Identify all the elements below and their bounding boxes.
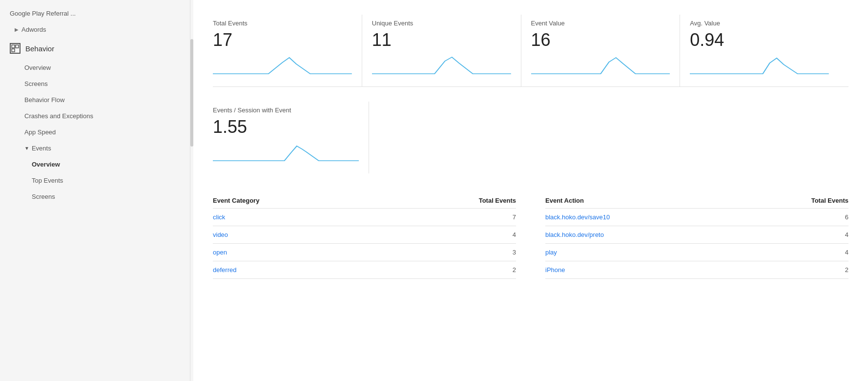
total-cell: 4 [738, 226, 848, 244]
total-cell: 6 [738, 209, 848, 226]
total-events-sparkline [213, 55, 352, 75]
svg-rect-2 [12, 49, 15, 52]
total-cell: 3 [381, 244, 516, 261]
adwords-arrow-icon: ▶ [15, 27, 19, 32]
sidebar-scrollbar[interactable] [190, 39, 193, 147]
total-cell: 2 [738, 261, 848, 279]
total-events-label: Total Events [213, 20, 352, 27]
event-category-col-header: Event Category [213, 193, 381, 209]
sidebar: Google Play Referral ... ▶ Adwords Behav… [0, 0, 190, 381]
main-content: Total Events 17 Unique Events 11 Event V… [193, 0, 868, 381]
sidebar-google-play[interactable]: Google Play Referral ... [0, 5, 190, 22]
sidebar-item-crashes[interactable]: Crashes and Exceptions [0, 108, 190, 124]
svg-rect-1 [16, 45, 19, 48]
avg-value-sparkline [690, 55, 829, 75]
table-row: black.hoko.dev/save106 [545, 209, 848, 226]
total-cell: 2 [381, 261, 516, 279]
unique-events-value: 11 [372, 30, 511, 50]
events-session-sparkline [213, 142, 359, 162]
svg-rect-0 [12, 45, 15, 48]
event-value-label: Event Value [531, 20, 670, 27]
category-cell[interactable]: click [213, 209, 381, 226]
event-action-total-header: Total Events [738, 193, 848, 209]
sidebar-sub-item-events-overview[interactable]: Overview [0, 156, 190, 172]
behavior-label: Behavior [25, 44, 54, 53]
stat-event-value: Event Value 16 [531, 15, 681, 86]
event-action-col-header: Event Action [545, 193, 738, 209]
avg-value-label: Avg. Value [690, 20, 829, 27]
table-row: video4 [213, 226, 516, 244]
table-row: black.hoko.dev/preto4 [545, 226, 848, 244]
action-cell[interactable]: iPhone [545, 261, 738, 279]
sidebar-sub-item-top-events[interactable]: Top Events [0, 172, 190, 189]
category-cell[interactable]: deferred [213, 261, 381, 279]
table-row: click7 [213, 209, 516, 226]
stat-unique-events: Unique Events 11 [372, 15, 521, 86]
event-value-value: 16 [531, 30, 670, 50]
category-cell[interactable]: video [213, 226, 381, 244]
stat-avg-value: Avg. Value 0.94 [690, 15, 839, 86]
sidebar-item-screens[interactable]: Screens [0, 76, 190, 92]
total-cell: 4 [381, 226, 516, 244]
avg-value-value: 0.94 [690, 30, 829, 50]
events-label: Events [32, 145, 51, 152]
sidebar-adwords[interactable]: ▶ Adwords [0, 22, 190, 37]
event-action-table-container: Event Action Total Events black.hoko.dev… [545, 193, 848, 279]
table-row: open3 [213, 244, 516, 261]
unique-events-label: Unique Events [372, 20, 511, 27]
sidebar-events-header[interactable]: ▼ Events [0, 140, 190, 156]
event-action-table: Event Action Total Events black.hoko.dev… [545, 193, 848, 279]
category-cell[interactable]: open [213, 244, 381, 261]
total-cell: 7 [381, 209, 516, 226]
events-session-label: Events / Session with Event [213, 106, 359, 114]
table-row: play4 [545, 244, 848, 261]
stats-row: Total Events 17 Unique Events 11 Event V… [213, 15, 848, 87]
sidebar-sub-item-events-screens[interactable]: Screens [0, 189, 190, 205]
event-category-total-header: Total Events [381, 193, 516, 209]
event-category-table: Event Category Total Events click7video4… [213, 193, 516, 279]
sidebar-item-overview[interactable]: Overview [0, 60, 190, 76]
events-session-value: 1.55 [213, 117, 359, 137]
sidebar-item-app-speed[interactable]: App Speed [0, 124, 190, 140]
tables-section: Event Category Total Events click7video4… [213, 193, 848, 279]
table-row: deferred2 [213, 261, 516, 279]
total-cell: 4 [738, 244, 848, 261]
action-cell[interactable]: black.hoko.dev/save10 [545, 209, 738, 226]
event-value-sparkline [531, 55, 670, 75]
action-cell[interactable]: black.hoko.dev/preto [545, 226, 738, 244]
events-arrow-icon: ▼ [24, 146, 29, 151]
unique-events-sparkline [372, 55, 511, 75]
behavior-icon [10, 43, 21, 54]
adwords-label: Adwords [21, 26, 46, 33]
sidebar-behavior-section[interactable]: Behavior [0, 37, 190, 60]
total-events-value: 17 [213, 30, 352, 50]
event-category-table-container: Event Category Total Events click7video4… [213, 193, 516, 279]
events-session-card: Events / Session with Event 1.55 [213, 102, 369, 173]
stat-total-events: Total Events 17 [213, 15, 362, 86]
table-row: iPhone2 [545, 261, 848, 279]
sidebar-item-behavior-flow[interactable]: Behavior Flow [0, 92, 190, 108]
action-cell[interactable]: play [545, 244, 738, 261]
